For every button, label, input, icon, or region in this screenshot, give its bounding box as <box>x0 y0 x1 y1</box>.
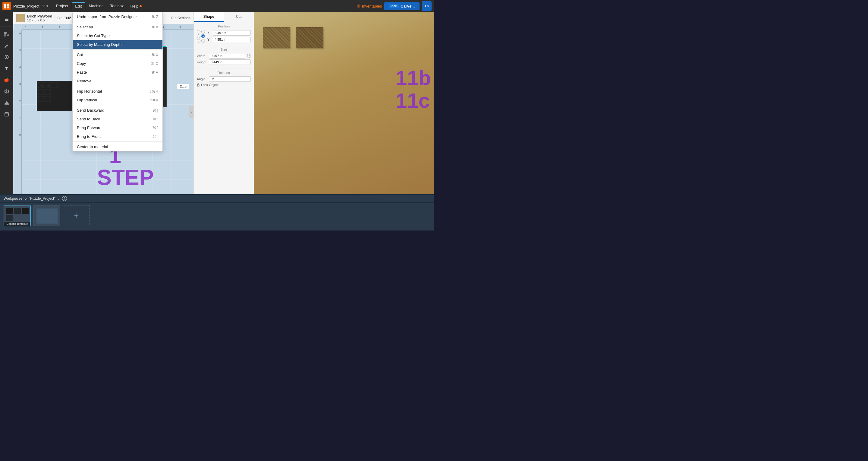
angle-row: Angle 0° <box>197 76 251 82</box>
menu-remove[interactable]: Remove <box>73 77 162 85</box>
lock-row: Lock Object <box>197 83 251 87</box>
tab-cut[interactable]: Cut <box>224 12 254 22</box>
svg-rect-11 <box>4 34 6 36</box>
x-label: X <box>207 31 212 35</box>
sidebar-apple-icon[interactable]: 🍎 <box>2 75 11 85</box>
width-row: Width 0.497 in ⛓ <box>197 53 251 59</box>
cut-settings-button[interactable]: Cut Settings <box>171 16 190 20</box>
help-button[interactable]: ? <box>62 196 67 201</box>
ruler-left: 6543210 <box>13 30 22 194</box>
nav-help[interactable]: Help <box>127 2 145 10</box>
svg-marker-10 <box>7 34 9 36</box>
menu-bring-to-front[interactable]: Bring to Front ⌘ ' <box>73 132 162 141</box>
radio-bl[interactable] <box>197 39 200 42</box>
sidebar-collapse-icon[interactable] <box>2 15 11 24</box>
height-value[interactable]: 0.449 in <box>209 59 251 65</box>
shortcut-undo: ⌘ Z <box>151 15 158 19</box>
menu-undo[interactable]: Undo Import from Puzzle Designer ⌘ Z <box>73 12 162 21</box>
y-coord-row: Y 4.551 in <box>207 37 251 42</box>
sidebar-import-icon[interactable] <box>2 98 11 108</box>
workpiece-thumb-1[interactable]: Generic Template <box>4 205 31 226</box>
svg-rect-17 <box>37 81 78 111</box>
nav-edit[interactable]: Edit <box>72 2 85 10</box>
project-title: Puzzle_Project <box>13 4 39 8</box>
workpieces-caret[interactable]: ⌄ <box>57 196 60 201</box>
nav-toolbox[interactable]: Toolbox <box>107 2 127 10</box>
sidebar-shapes-icon[interactable] <box>2 29 11 39</box>
menu-send-to-back[interactable]: Send to Back ⌘ ; <box>73 115 162 123</box>
width-value[interactable]: 0.497 in <box>209 53 245 59</box>
radio-bc[interactable] <box>201 39 205 42</box>
size-title: Size <box>197 48 251 51</box>
menu-flip-horizontal[interactable]: Flip Horizontal ⇧⌘H <box>73 87 162 96</box>
menu-bring-forward[interactable]: Bring Forward ⌘ ] <box>73 123 162 132</box>
menu-select-all[interactable]: Select All ⌘ A <box>73 23 162 31</box>
bit-label: Bit <box>57 16 61 20</box>
workpiece-thumb-2[interactable] <box>33 205 60 226</box>
radio-grid <box>197 30 205 42</box>
edit-dropdown-menu: Undo Import from Puzzle Designer ⌘ Z Sel… <box>72 12 163 151</box>
svg-rect-65 <box>197 84 199 86</box>
material-size: 12 × 8 × 0.5 in <box>27 19 52 22</box>
position-title: Position <box>197 24 251 28</box>
material-info: Birch Plywood 12 × 8 × 0.5 in <box>27 14 52 22</box>
y-label: Y <box>207 38 212 41</box>
svg-point-25 <box>40 84 43 87</box>
svg-rect-8 <box>5 20 8 21</box>
sidebar-target-icon[interactable] <box>2 52 11 62</box>
x-value[interactable]: 8.497 in <box>213 30 251 36</box>
left-sidebar: T 🍎 <box>0 12 13 194</box>
y-value[interactable]: 4.551 in <box>213 37 251 42</box>
svg-rect-67 <box>6 208 13 214</box>
carve-button[interactable]: PRO Carve... <box>384 2 420 10</box>
workpiece-preview-2 <box>33 205 60 226</box>
caret-icon[interactable]: ▾ <box>46 4 48 8</box>
nav-machine[interactable]: Machine <box>86 2 107 10</box>
position-section: Position <box>194 22 254 45</box>
sidebar-3d-icon[interactable] <box>2 87 11 96</box>
svg-rect-72 <box>36 208 58 224</box>
size-section: Size Width 0.497 in ⛓ Height 0.449 in <box>194 45 254 68</box>
svg-rect-0 <box>4 4 6 6</box>
shortcut-send-back: ⌘ [ <box>153 108 158 113</box>
sidebar-text-icon[interactable]: T <box>2 64 11 73</box>
code-button[interactable]: <> <box>422 1 432 11</box>
menu-select-matching-depth[interactable]: Select by Matching Depth <box>73 40 162 49</box>
radio-ml[interactable] <box>197 34 200 38</box>
shortcut-flip-v: ⇧⌘V <box>149 98 158 102</box>
radio-mc[interactable] <box>201 34 205 38</box>
carve-label: Carve... <box>401 4 415 8</box>
link-icon[interactable]: ⛓ <box>247 53 251 58</box>
help-dot <box>140 5 142 7</box>
radio-tl[interactable] <box>197 30 200 33</box>
radio-tc[interactable] <box>201 30 205 33</box>
menu-select-cut-type[interactable]: Select by Cut Type <box>73 31 162 40</box>
menu-center-material[interactable]: Center to material <box>73 142 162 151</box>
menu-copy[interactable]: Copy ⌘ C <box>73 59 162 68</box>
height-label: Height <box>197 60 208 64</box>
menu-send-backward[interactable]: Send Backward ⌘ [ <box>73 106 162 115</box>
shortcut-paste: ⌘ V <box>151 70 158 75</box>
menu-flip-vertical[interactable]: Flip Vertical ⇧⌘V <box>73 96 162 105</box>
tab-shape[interactable]: Shape <box>194 12 224 22</box>
x-coord-row: X 8.497 in <box>207 30 251 36</box>
sidebar-pen-icon[interactable] <box>2 41 11 50</box>
inventables-link[interactable]: I Inventables <box>356 4 382 8</box>
panel-expand-left[interactable]: › <box>189 106 193 118</box>
sidebar-box-icon[interactable] <box>2 110 11 119</box>
angle-value[interactable]: 0° <box>209 76 251 82</box>
menu-paste[interactable]: Paste ⌘ V <box>73 68 162 77</box>
menu-cut[interactable]: Cut ⌘ X <box>73 50 162 59</box>
menu-sep-4 <box>73 105 162 105</box>
elements-panel-hint[interactable]: E...e <box>177 84 189 89</box>
nav-project[interactable]: Project <box>53 2 71 10</box>
preview-step-b: 11b 11c <box>396 67 431 112</box>
star-icon[interactable]: ☆ <box>42 4 45 8</box>
svg-rect-15 <box>5 113 8 116</box>
svg-rect-1 <box>7 4 9 6</box>
add-workpiece-button[interactable]: + <box>63 205 90 226</box>
svg-text:I: I <box>358 5 359 8</box>
right-panel: Shape Cut Position <box>193 12 254 194</box>
svg-rect-6 <box>5 18 8 19</box>
shortcut-send-to-back: ⌘ ; <box>153 117 158 121</box>
